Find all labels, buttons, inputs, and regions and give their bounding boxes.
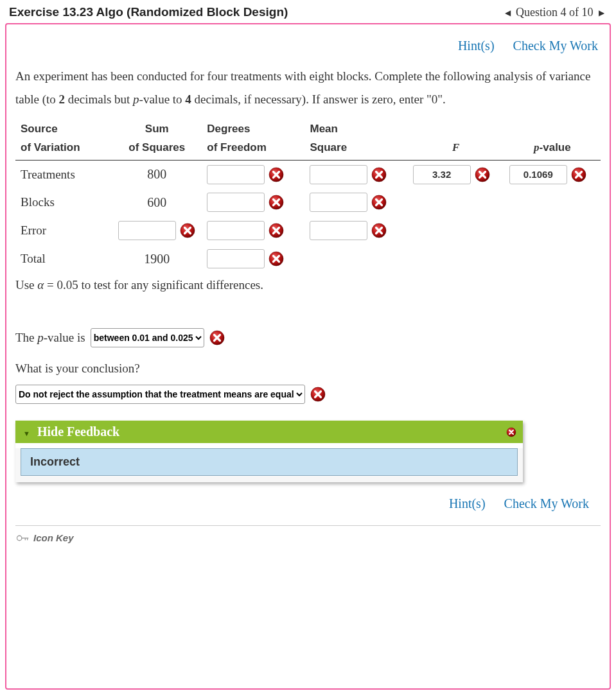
incorrect-icon: [268, 167, 284, 182]
ms-treatments-input[interactable]: [310, 165, 367, 184]
label-error: Error: [15, 216, 112, 245]
incorrect-icon: [209, 330, 225, 345]
ss-total: 1900: [144, 252, 170, 266]
feedback-panel: ▼ Hide Feedback Incorrect: [15, 421, 523, 482]
feedback-toggle[interactable]: ▼ Hide Feedback: [15, 421, 523, 443]
df-total-input[interactable]: [207, 249, 265, 268]
df-treatments-input[interactable]: [207, 165, 265, 184]
prev-question-arrow[interactable]: ◀: [502, 8, 513, 17]
alpha-line: Use α = 0.05 to test for any significant…: [15, 273, 601, 297]
key-icon: [17, 534, 30, 543]
question-counter: Question 4 of 10: [516, 6, 594, 19]
p-treatments-input[interactable]: [509, 165, 567, 184]
instructions-text: An experiment has been conducted for fou…: [15, 65, 601, 111]
icon-key-toggle[interactable]: Icon Key: [15, 525, 601, 550]
anova-table: Sourceof Variation Sumof Squares Degrees…: [15, 118, 601, 273]
feedback-message: Incorrect: [21, 448, 518, 476]
label-blocks: Blocks: [15, 188, 112, 216]
exercise-title: Exercise 13.23 Algo (Randomized Block De…: [9, 5, 288, 19]
ms-blocks-input[interactable]: [310, 193, 367, 212]
incorrect-icon: [310, 387, 326, 402]
toolbar-bottom: Hint(s) Check My Work: [15, 482, 601, 516]
conclusion-select[interactable]: Do not reject the assumption that the tr…: [15, 385, 305, 404]
hints-link-bottom[interactable]: Hint(s): [449, 496, 486, 510]
col-p: p-value: [504, 118, 601, 160]
row-error: Error: [15, 216, 601, 245]
row-total: Total 1900: [15, 245, 601, 273]
ss-treatments: 800: [147, 167, 166, 181]
question-frame: Hint(s) Check My Work An experiment has …: [5, 23, 611, 690]
collapse-triangle-icon: ▼: [23, 430, 30, 437]
check-my-work-link[interactable]: Check My Work: [513, 39, 598, 53]
question-nav: ◀ Question 4 of 10 ▶: [502, 6, 608, 19]
close-feedback-icon[interactable]: [506, 426, 516, 436]
col-ss: Sumof Squares: [112, 118, 202, 160]
incorrect-icon: [371, 223, 387, 238]
col-f: F: [408, 118, 504, 160]
label-total: Total: [15, 245, 112, 273]
hints-link[interactable]: Hint(s): [458, 39, 495, 53]
incorrect-icon: [268, 195, 284, 210]
f-treatments-input[interactable]: [413, 165, 471, 184]
incorrect-icon: [475, 167, 490, 182]
df-error-input[interactable]: [207, 221, 265, 240]
row-blocks: Blocks 600: [15, 188, 601, 216]
label-treatments: Treatments: [15, 160, 112, 188]
check-my-work-link-bottom[interactable]: Check My Work: [504, 496, 589, 510]
col-ms: MeanSquare: [304, 118, 407, 160]
incorrect-icon: [371, 195, 387, 210]
col-source: Sourceof Variation: [15, 118, 112, 160]
incorrect-icon: [371, 167, 387, 182]
ms-error-input[interactable]: [310, 221, 367, 240]
toolbar-top: Hint(s) Check My Work: [6, 24, 610, 58]
pvalue-lead: The p-value is: [15, 326, 85, 350]
incorrect-icon: [180, 223, 195, 238]
ss-error-input[interactable]: [118, 221, 176, 240]
incorrect-icon: [268, 251, 284, 266]
pvalue-select[interactable]: between 0.01 and 0.025: [91, 328, 204, 347]
next-question-arrow[interactable]: ▶: [596, 8, 607, 17]
incorrect-icon: [268, 223, 284, 238]
row-treatments: Treatments 800: [15, 160, 601, 188]
conclusion-question: What is your conclusion?: [15, 356, 601, 381]
df-blocks-input[interactable]: [207, 193, 265, 212]
col-df: Degreesof Freedom: [202, 118, 304, 160]
incorrect-icon: [571, 167, 586, 182]
ss-blocks: 600: [147, 195, 166, 209]
